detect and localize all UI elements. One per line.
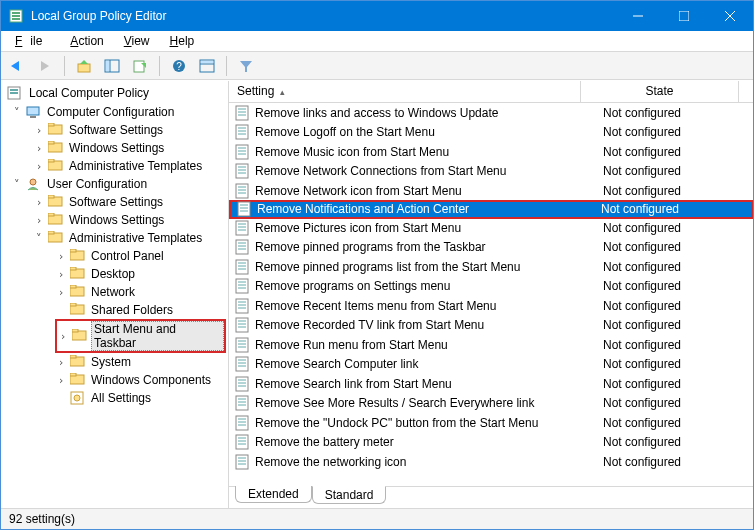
folder-icon — [48, 231, 64, 245]
tree-item-start-menu-taskbar[interactable]: ›Start Menu and Taskbar — [55, 319, 226, 353]
tab-extended[interactable]: Extended — [235, 486, 312, 503]
setting-state: Not configured — [595, 202, 751, 216]
list-row[interactable]: Remove pinned programs list from the Sta… — [229, 257, 753, 277]
setting-label: Remove Search Computer link — [255, 357, 597, 371]
svg-point-56 — [74, 395, 80, 401]
list-row[interactable]: Remove Pictures icon from Start MenuNot … — [229, 218, 753, 238]
tree-item-network[interactable]: ›Network — [55, 283, 226, 301]
svg-rect-15 — [134, 61, 144, 72]
svg-point-34 — [30, 179, 36, 185]
tab-standard[interactable]: Standard — [312, 486, 387, 504]
list-row[interactable]: Remove Network icon from Start MenuNot c… — [229, 181, 753, 201]
menu-file[interactable]: File — [7, 32, 58, 50]
list-row[interactable]: Remove Network Connections from Start Me… — [229, 162, 753, 182]
tree-item-windows-settings-user[interactable]: ›Windows Settings — [33, 211, 226, 229]
setting-label: Remove Search link from Start Menu — [255, 377, 597, 391]
list-row[interactable]: Remove Recent Items menu from Start Menu… — [229, 296, 753, 316]
expand-icon[interactable]: › — [55, 250, 67, 263]
show-hide-tree-button[interactable] — [100, 55, 124, 77]
svg-rect-85 — [236, 240, 248, 254]
list-row[interactable]: Remove the "Undock PC" button from the S… — [229, 413, 753, 433]
list-row[interactable]: Remove See More Results / Search Everywh… — [229, 394, 753, 414]
column-setting[interactable]: Setting▴ — [229, 81, 581, 102]
svg-rect-89 — [236, 260, 248, 274]
back-button[interactable] — [5, 55, 29, 77]
tree-root[interactable]: Local Computer Policy — [3, 83, 226, 103]
setting-state: Not configured — [597, 184, 753, 198]
title-bar[interactable]: Local Group Policy Editor — [1, 1, 753, 31]
list-row[interactable]: Remove links and access to Windows Updat… — [229, 103, 753, 123]
list-row[interactable]: Remove pinned programs from the TaskbarN… — [229, 238, 753, 258]
tree-pane[interactable]: Local Computer Policy ˅ Computer Configu… — [1, 81, 229, 508]
user-icon — [26, 177, 42, 191]
svg-rect-33 — [48, 159, 54, 162]
setting-state: Not configured — [597, 260, 753, 274]
tree-item-windows-components[interactable]: ›Windows Components — [55, 371, 226, 389]
minimize-button[interactable] — [615, 1, 661, 31]
list-row[interactable]: Remove Notifications and Action CenterNo… — [229, 200, 753, 220]
tree-item-admin-templates-user[interactable]: ˅Administrative Templates — [33, 229, 226, 247]
maximize-button[interactable] — [661, 1, 707, 31]
expand-icon[interactable]: › — [33, 124, 45, 137]
svg-rect-36 — [48, 195, 54, 198]
setting-label: Remove the battery meter — [255, 435, 597, 449]
svg-rect-42 — [70, 249, 76, 252]
tree-computer-config[interactable]: ˅ Computer Configuration — [11, 103, 226, 121]
menu-view[interactable]: View — [116, 32, 158, 50]
folder-icon — [48, 159, 64, 173]
up-button[interactable] — [72, 55, 96, 77]
tree-item-system[interactable]: ›System — [55, 353, 226, 371]
collapse-icon[interactable]: ˅ — [11, 178, 23, 191]
list-row[interactable]: Remove the networking iconNot configured — [229, 452, 753, 472]
window-title: Local Group Policy Editor — [31, 9, 615, 23]
close-button[interactable] — [707, 1, 753, 31]
sort-ascending-icon: ▴ — [280, 87, 285, 97]
tree-item-software-settings-user[interactable]: ›Software Settings — [33, 193, 226, 211]
help-button[interactable]: ? — [167, 55, 191, 77]
collapse-icon[interactable]: ˅ — [11, 106, 23, 119]
expand-icon[interactable]: › — [33, 142, 45, 155]
svg-rect-61 — [236, 125, 248, 139]
list-row[interactable]: Remove the battery meterNot configured — [229, 433, 753, 453]
svg-rect-125 — [236, 435, 248, 449]
tree-item-desktop[interactable]: ›Desktop — [55, 265, 226, 283]
tree-item-software-settings[interactable]: ›Software Settings — [33, 121, 226, 139]
folder-icon — [48, 213, 64, 227]
expand-icon[interactable]: › — [55, 286, 67, 299]
list-row[interactable]: Remove Music icon from Start MenuNot con… — [229, 142, 753, 162]
setting-icon — [235, 144, 251, 160]
list-row[interactable]: Remove Run menu from Start MenuNot confi… — [229, 335, 753, 355]
export-button[interactable] — [128, 55, 152, 77]
expand-icon[interactable]: › — [55, 356, 67, 369]
expand-icon[interactable]: › — [55, 374, 67, 387]
list-row[interactable]: Remove programs on Settings menuNot conf… — [229, 277, 753, 297]
properties-button[interactable] — [195, 55, 219, 77]
column-state[interactable]: State — [581, 81, 739, 102]
list-row[interactable]: Remove Search Computer linkNot configure… — [229, 355, 753, 375]
forward-button[interactable] — [33, 55, 57, 77]
tree-item-shared-folders[interactable]: Shared Folders — [55, 301, 226, 319]
collapse-icon[interactable]: ˅ — [33, 232, 45, 245]
expand-icon[interactable]: › — [55, 268, 67, 281]
list-row[interactable]: Remove Search link from Start MenuNot co… — [229, 374, 753, 394]
list-row[interactable]: Remove Logoff on the Start MenuNot confi… — [229, 123, 753, 143]
expand-icon[interactable]: › — [57, 330, 69, 343]
svg-rect-50 — [72, 329, 78, 332]
tree-item-admin-templates[interactable]: ›Administrative Templates — [33, 157, 226, 175]
menu-action[interactable]: Action — [62, 32, 111, 50]
tree-user-config[interactable]: ˅ User Configuration — [11, 175, 226, 193]
expand-icon[interactable]: › — [33, 196, 45, 209]
tree-item-control-panel[interactable]: ›Control Panel — [55, 247, 226, 265]
filter-button[interactable] — [234, 55, 258, 77]
setting-state: Not configured — [597, 279, 753, 293]
svg-rect-54 — [70, 373, 76, 376]
tree-item-windows-settings[interactable]: ›Windows Settings — [33, 139, 226, 157]
settings-list[interactable]: Remove links and access to Windows Updat… — [229, 103, 753, 486]
view-tabs: Extended Standard — [229, 486, 753, 508]
expand-icon[interactable]: › — [33, 214, 45, 227]
list-row[interactable]: Remove Recorded TV link from Start MenuN… — [229, 316, 753, 336]
expand-icon[interactable]: › — [33, 160, 45, 173]
tree-item-all-settings[interactable]: All Settings — [55, 389, 226, 407]
menu-help[interactable]: Help — [162, 32, 203, 50]
setting-label: Remove Network Connections from Start Me… — [255, 164, 597, 178]
